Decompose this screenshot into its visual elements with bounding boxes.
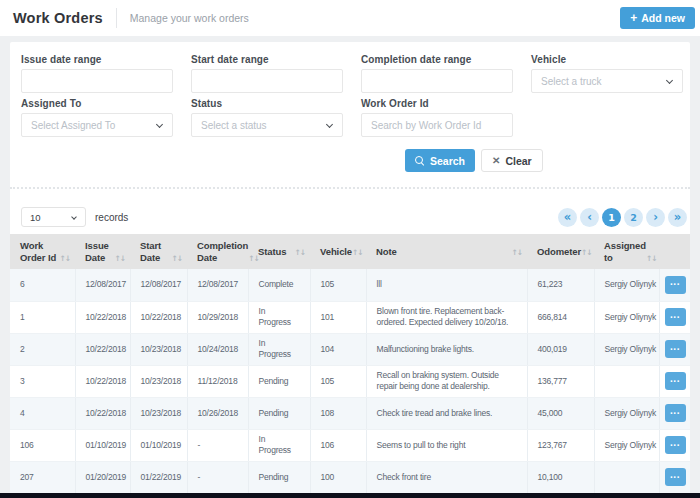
pagination: « ‹ 1 2 › » [558,208,687,227]
column-header-issue-date[interactable]: Issue Date↑↓ [75,234,130,269]
cell-issue-date: 01/10/2019 [75,429,130,461]
filter-work-order-id: Work Order Id Search by Work Order Id [361,98,513,137]
cell-note: Blown front tire. Replacement back-order… [366,301,527,333]
column-header-assigned-to[interactable]: Assigned to↑↓ [594,234,659,269]
search-button[interactable]: Search [405,149,475,172]
cell-work-order-id: 1 [10,301,75,333]
sort-icon: ↑↓ [646,254,657,263]
cell-odometer: 123,767 [527,429,594,461]
sort-icon: ↑↓ [294,248,305,257]
cell-assigned-to: Sergiy Oliynyk [594,269,659,301]
cell-odometer: 45,000 [527,397,594,429]
cell-vehicle: 101 [310,301,366,333]
row-actions-button[interactable]: ... [665,372,686,390]
filter-status: Status Select a status [191,98,343,137]
column-header-status[interactable]: Status↑↓ [248,234,310,269]
pagination-page-1[interactable]: 1 [602,208,621,227]
pagination-next[interactable]: › [646,208,665,227]
cell-start-date: 10/22/2018 [130,301,187,333]
cell-vehicle: 100 [310,461,366,493]
column-header-note[interactable]: Note↑↓ [366,234,527,269]
cell-assigned-to [594,365,659,397]
cell-completion-date: 10/24/2018 [187,333,248,365]
pagination-last[interactable]: » [668,208,687,227]
column-header-vehicle[interactable]: Vehicle↑↓ [310,234,366,269]
chevron-down-icon [666,77,673,84]
issue-date-input[interactable] [21,69,173,93]
cell-completion-date: 12/08/2017 [187,269,248,301]
cell-start-date: 01/22/2019 [130,461,187,493]
cell-completion-date: - [187,429,248,461]
table-row: 1 10/22/2018 10/22/2018 10/29/2018 In Pr… [10,301,690,333]
row-actions-button[interactable]: ... [665,308,686,326]
cell-start-date: 12/08/2017 [130,269,187,301]
row-actions-button[interactable]: ... [665,468,686,486]
cell-start-date: 10/23/2018 [130,333,187,365]
cell-completion-date: 10/29/2018 [187,301,248,333]
cell-start-date: 10/23/2018 [130,397,187,429]
cell-work-order-id: 4 [10,397,75,429]
table-row: 2 10/22/2018 10/23/2018 10/24/2018 In Pr… [10,333,690,365]
completion-date-input[interactable] [361,69,513,93]
cell-note: Seems to pull to the right [366,429,527,461]
table-row: 4 10/22/2018 10/23/2018 10/26/2018 Pendi… [10,397,690,429]
row-actions-button[interactable]: ... [665,436,686,454]
column-header-start-date[interactable]: Start Date↑↓ [130,234,187,269]
sort-icon: ↑↓ [511,248,522,257]
work-order-id-label: Work Order Id [361,98,513,109]
cell-note: Check front tire [366,461,527,493]
cell-work-order-id: 6 [10,269,75,301]
cell-actions: ... [659,397,690,429]
chevron-down-icon [156,121,163,128]
column-header-actions [659,234,690,269]
records-per-page-value: 10 [30,212,41,223]
cell-odometer: 10,100 [527,461,594,493]
cell-status: Pending [248,397,310,429]
bottom-bar [0,493,700,498]
vehicle-placeholder: Select a truck [541,76,602,87]
row-actions-button[interactable]: ... [665,276,686,294]
plus-icon: + [630,11,637,25]
assigned-to-select[interactable]: Select Assigned To [21,113,173,137]
pagination-first[interactable]: « [558,208,577,227]
filters-panel: Issue date range Start date range Comple… [10,42,690,189]
cell-vehicle: 105 [310,269,366,301]
cell-issue-date: 10/22/2018 [75,301,130,333]
row-actions-button[interactable]: ... [665,340,686,358]
cell-status: Complete [248,269,310,301]
table-row: 6 12/08/2017 12/08/2017 12/08/2017 Compl… [10,269,690,301]
start-date-input[interactable] [191,69,343,93]
column-header-work-order-id[interactable]: Work Order Id↑↓ [10,234,75,269]
sort-icon: ↑↓ [171,254,182,263]
cell-actions: ... [659,365,690,397]
cell-work-order-id: 207 [10,461,75,493]
page-title: Work Orders [13,10,103,26]
cell-actions: ... [659,429,690,461]
add-new-button[interactable]: + Add new [620,7,695,29]
clear-button[interactable]: ✕ Clear [481,149,543,172]
work-orders-table: Work Order Id↑↓ Issue Date↑↓ Start Date↑… [10,234,690,494]
pagination-prev[interactable]: ‹ [580,208,599,227]
records-per-page-select[interactable]: 10 [21,207,86,227]
issue-date-label: Issue date range [21,54,173,65]
work-order-id-input[interactable]: Search by Work Order Id [361,113,513,137]
row-actions-button[interactable]: ... [665,404,686,422]
filter-start-date: Start date range [191,54,343,93]
cell-issue-date: 01/20/2019 [75,461,130,493]
cell-completion-date: - [187,461,248,493]
cell-actions: ... [659,333,690,365]
content-card: Issue date range Start date range Comple… [10,42,690,494]
vehicle-select[interactable]: Select a truck [531,69,683,93]
column-header-odometer[interactable]: Odometer↑↓ [527,234,594,269]
cell-assigned-to: Sergiy Oliynyk [594,397,659,429]
start-date-label: Start date range [191,54,343,65]
assigned-to-label: Assigned To [21,98,173,109]
pagination-page-2[interactable]: 2 [624,208,643,227]
column-header-completion-date[interactable]: Completion Date↑↓ [187,234,248,269]
list-toolbar: 10 records « ‹ 1 2 › » [10,189,690,227]
cell-status: In Progress [248,333,310,365]
status-select[interactable]: Select a status [191,113,343,137]
search-icon [415,156,425,166]
top-bar: Work Orders Manage your work orders + Ad… [0,0,700,36]
filter-issue-date: Issue date range [21,54,173,93]
